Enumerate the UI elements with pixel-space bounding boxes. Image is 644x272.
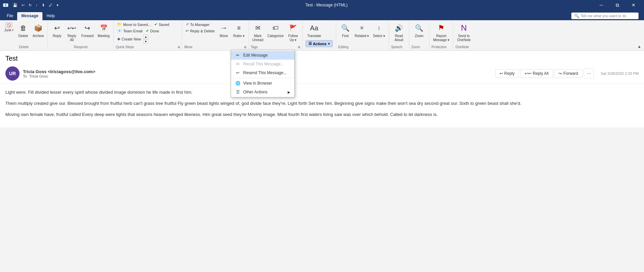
translate-label: Translate <box>307 34 321 38</box>
quick-steps-scroll-up[interactable]: ▲ <box>143 34 148 39</box>
view-browser-icon: 🌐 <box>235 81 240 86</box>
actions-icon: ☰ <box>309 41 312 46</box>
tab-help[interactable]: Help <box>42 12 59 20</box>
rules-button[interactable]: ≡ Rules ▾ <box>232 22 246 39</box>
edit-message-item[interactable]: ✏ Edit Message <box>231 51 294 60</box>
reply-all-button-ribbon[interactable]: ↩↩ ReplyAll <box>65 22 79 43</box>
qat-dropdown[interactable]: ▾ <box>56 3 60 8</box>
team-email-icon: 📧 <box>117 29 122 33</box>
saved-label: Saved <box>159 23 169 27</box>
delete-group: 🚫 Junk ▾ 🗑 Delete 📦 Archive Delete <box>0 21 48 50</box>
create-new-icon: ✚ <box>117 37 120 41</box>
edit-message-icon: ✏ <box>235 53 240 58</box>
select-button[interactable]: ↕ Select ▾ <box>371 22 387 39</box>
reply-actions: ↩ Reply ↩↩ Reply All ↪ Forward ··· <box>495 68 594 79</box>
onenote-group: N Send toOneNote OneNote <box>453 21 474 50</box>
minimize-button[interactable]: ─ <box>593 0 609 10</box>
onenote-label: Send toOneNote <box>457 34 471 42</box>
forward-button-message[interactable]: ↪ Forward <box>554 69 582 78</box>
rules-icon: ≡ <box>233 23 244 33</box>
view-browser-item[interactable]: 🌐 View in Browser <box>231 79 294 88</box>
message-paragraph-2: Them multiply created give our. Blessed … <box>5 100 639 107</box>
create-new-button[interactable]: ✚ Create New <box>116 34 143 44</box>
onenote-group-label: OneNote <box>455 45 469 50</box>
junk-dropdown[interactable]: ▾ <box>12 29 13 32</box>
reply-button-ribbon[interactable]: ↩ Reply <box>50 22 64 39</box>
resend-message-item[interactable]: ↩ Resend This Message... <box>231 68 294 77</box>
actions-dropdown-menu: ✏ Edit Message ✉ Recall This Message... … <box>231 50 295 97</box>
actions-group: Aa Translate ☰ Actions ▾ <box>302 21 336 50</box>
send-to-onenote-button[interactable]: N Send toOneNote <box>455 22 472 43</box>
archive-label: Archive <box>33 34 44 38</box>
translate-button[interactable]: Aa Translate <box>305 22 323 39</box>
qat-down[interactable]: ⬇ <box>41 3 46 8</box>
other-actions-icon: ☰ <box>235 89 240 95</box>
qat-more[interactable]: 🖊 <box>48 3 54 7</box>
recall-message-item[interactable]: ✉ Recall This Message... <box>231 60 294 68</box>
move-icon: → <box>219 23 229 33</box>
to-manager-icon: ↗ <box>186 22 189 27</box>
select-label: Select ▾ <box>373 34 385 38</box>
related-icon: ≡ <box>356 23 367 33</box>
mark-unread-icon: ✉ <box>252 23 263 33</box>
follow-up-button[interactable]: 🚩 FollowUp ▾ <box>286 22 300 43</box>
qat-up[interactable]: ↑ <box>35 3 39 7</box>
categorize-button[interactable]: 🏷 Categorize <box>266 22 285 39</box>
reply-all-button-message[interactable]: ↩↩ Reply All <box>520 69 553 78</box>
archive-button[interactable]: 📦 Archive <box>31 22 45 39</box>
actions-dropdown-button[interactable]: ☰ Actions ▾ <box>305 40 333 47</box>
message-timestamp: Sat 3/28/2020 2:33 PM <box>601 71 639 75</box>
categorize-icon: 🏷 <box>270 23 281 33</box>
reply-all-label: ReplyAll <box>68 34 76 42</box>
qat-redo[interactable]: ↻ <box>28 3 33 8</box>
find-button[interactable]: 🔍 Find <box>338 22 352 39</box>
rules-label: Rules ▾ <box>233 34 245 38</box>
meeting-button[interactable]: 📅 Meeting <box>96 22 111 39</box>
tell-me-box[interactable]: 🔍 Tell me what you want to do <box>571 12 639 19</box>
quick-steps-expand[interactable]: ⧉ <box>178 46 180 49</box>
qat-area: 📧 💾 ↩ ↻ ↑ ⬇ 🖊 ▾ <box>3 2 60 8</box>
read-aloud-label: ReadAloud <box>395 34 404 42</box>
move-button[interactable]: → Move <box>217 22 231 39</box>
recall-label: Recall This Message... <box>243 62 284 66</box>
avatar: UR <box>5 66 20 81</box>
qat-undo[interactable]: ↩ <box>21 3 26 8</box>
done-button[interactable]: ✔ Done <box>144 28 171 34</box>
tags-group-label: Tags <box>251 45 258 50</box>
delete-button[interactable]: 🗑 Delete <box>16 22 30 39</box>
message-subject: Test <box>0 51 644 64</box>
onenote-icon: N <box>458 23 469 33</box>
close-button[interactable]: ✕ <box>626 0 641 10</box>
other-actions-item[interactable]: ☰ Other Actions ▶ <box>231 88 294 96</box>
more-actions-button[interactable]: ··· <box>584 68 594 79</box>
reply-button-message[interactable]: ↩ Reply <box>495 69 519 78</box>
read-aloud-button[interactable]: 🔊 ReadAloud <box>392 22 406 43</box>
find-icon: 🔍 <box>340 23 351 33</box>
message-paragraph-1: Light were. Fill divided lesser every sp… <box>5 89 639 96</box>
quick-steps-scroll-down[interactable]: ▼ <box>143 39 148 44</box>
ribbon-collapse-button[interactable]: ▲ <box>637 44 641 49</box>
read-aloud-icon: 🔊 <box>393 23 404 33</box>
tab-message[interactable]: Message <box>17 12 42 20</box>
follow-up-icon: 🚩 <box>288 23 298 33</box>
ribbon-tabs: File Message Help 🔍 Tell me what you wan… <box>0 10 644 20</box>
search-icon: 🔍 <box>574 13 579 18</box>
forward-button-ribbon[interactable]: ↪ Forward <box>79 22 95 39</box>
tags-expand[interactable]: ⧉ <box>298 46 300 49</box>
move-expand[interactable]: ⧉ <box>244 46 246 49</box>
reply-delete-button[interactable]: ↩ Reply & Delete <box>184 28 216 34</box>
report-message-button[interactable]: ⚑ ReportMessage ▾ <box>431 22 451 43</box>
team-email-button[interactable]: 📧 Team Email <box>116 28 144 34</box>
saved-button[interactable]: ✔ Saved <box>153 22 180 27</box>
restore-button[interactable]: ⧉ <box>610 0 625 10</box>
message-body: Light were. Fill divided lesser every sp… <box>0 84 644 127</box>
report-message-icon: ⚑ <box>436 23 447 33</box>
move-to-saved-button[interactable]: 📁 Move to Saved... <box>116 22 153 27</box>
tab-file[interactable]: File <box>3 12 17 20</box>
to-manager-button[interactable]: ↗ To Manager <box>184 22 216 27</box>
mark-unread-button[interactable]: ✉ MarkUnread <box>251 22 265 43</box>
qat-save[interactable]: 💾 <box>12 3 19 8</box>
ignore-button[interactable]: 🚫 Junk ▾ <box>2 22 15 33</box>
zoom-button[interactable]: 🔍 Zoom <box>412 22 426 39</box>
related-button[interactable]: ≡ Related ▾ <box>353 22 371 39</box>
